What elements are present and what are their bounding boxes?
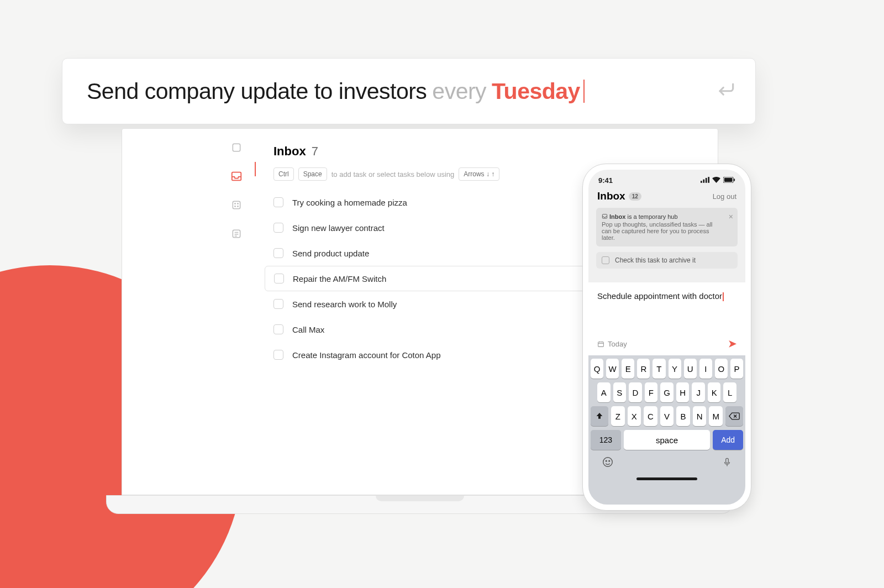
phone-frame: 9:41 Inbox 12 Log out	[582, 164, 751, 511]
key-l[interactable]: L	[723, 382, 736, 402]
svg-point-4	[238, 203, 238, 204]
page-title: Inbox 7	[260, 139, 707, 165]
key-i[interactable]: I	[699, 359, 712, 379]
svg-rect-13	[706, 178, 707, 183]
key-add[interactable]: Add	[713, 430, 743, 450]
quick-add-suffix-accent: Tuesday	[492, 78, 580, 104]
active-marker	[255, 162, 256, 176]
key-p[interactable]: P	[730, 359, 743, 379]
checkbox-icon[interactable]	[274, 274, 284, 284]
mic-icon[interactable]	[722, 456, 732, 470]
key-e[interactable]: E	[622, 359, 634, 379]
svg-rect-16	[724, 178, 733, 182]
compose-text: Schedule appointment with doctor	[597, 291, 722, 301]
dashboard-icon[interactable]	[229, 197, 244, 213]
key-123[interactable]: 123	[591, 430, 621, 450]
task-label: Try cooking a homemade pizza	[292, 198, 407, 207]
checkbox-icon[interactable]	[273, 248, 283, 258]
task-label: Call Max	[292, 325, 324, 334]
task-label: Sign new lawyer contract	[292, 223, 385, 233]
key-b[interactable]: B	[676, 406, 690, 426]
svg-point-5	[235, 206, 235, 207]
info-banner: × Inbox is a temporary hub Pop up though…	[596, 208, 738, 246]
send-icon[interactable]: ➤	[728, 338, 736, 350]
close-icon[interactable]: ×	[729, 212, 733, 221]
key-j[interactable]: J	[692, 382, 705, 402]
key-w[interactable]: W	[606, 359, 619, 379]
compose-input[interactable]: Schedule appointment with doctor	[588, 282, 745, 333]
key-backspace[interactable]	[725, 406, 743, 426]
caret-icon	[583, 80, 585, 103]
task-label: Create Instagram account for Coton App	[292, 350, 440, 360]
key-d[interactable]: D	[629, 382, 642, 402]
task-label: Send product update	[292, 249, 369, 258]
key-x[interactable]: X	[628, 406, 641, 426]
status-bar: 9:41	[588, 170, 745, 187]
wifi-icon	[712, 176, 720, 185]
kbd-space: Space	[298, 167, 327, 181]
svg-point-3	[235, 203, 235, 204]
checkbox-icon[interactable]	[273, 197, 283, 207]
inbox-count: 7	[312, 144, 318, 158]
svg-point-25	[603, 458, 613, 467]
svg-rect-11	[701, 181, 702, 183]
sidebar	[223, 140, 250, 242]
page-title-text: Inbox	[273, 144, 306, 158]
square-icon[interactable]	[229, 140, 244, 155]
checkbox-icon[interactable]	[273, 299, 283, 309]
task-label: Repair the AM/FM Switch	[293, 274, 386, 284]
key-y[interactable]: Y	[669, 359, 681, 379]
document-icon[interactable]	[229, 226, 244, 242]
key-q[interactable]: Q	[591, 359, 603, 379]
svg-rect-17	[734, 179, 735, 181]
quick-add-input[interactable]: Send company update to investors every T…	[62, 58, 756, 124]
sample-task[interactable]: Check this task to archive it	[596, 252, 738, 269]
inbox-icon[interactable]	[229, 169, 244, 184]
checkbox-icon[interactable]	[273, 324, 283, 334]
key-t[interactable]: T	[653, 359, 665, 379]
keyboard: QWERTYUIOP ASDFGHJKL ZXCVBNM 123 space A…	[588, 355, 745, 505]
emoji-icon[interactable]	[602, 456, 614, 470]
svg-rect-2	[233, 201, 240, 208]
caret-icon	[723, 292, 724, 301]
key-shift[interactable]	[591, 406, 608, 426]
key-h[interactable]: H	[676, 382, 690, 402]
date-chip[interactable]: Today	[597, 340, 627, 348]
status-time: 9:41	[598, 176, 613, 185]
key-o[interactable]: O	[715, 359, 728, 379]
svg-rect-14	[708, 177, 709, 183]
key-a[interactable]: A	[597, 382, 611, 402]
key-s[interactable]: S	[613, 382, 627, 402]
svg-point-27	[609, 460, 610, 461]
svg-rect-0	[233, 144, 240, 151]
key-v[interactable]: V	[660, 406, 674, 426]
svg-rect-28	[726, 458, 729, 463]
key-z[interactable]: Z	[611, 406, 625, 426]
svg-rect-19	[598, 342, 604, 347]
key-n[interactable]: N	[693, 406, 707, 426]
home-indicator	[636, 477, 697, 480]
quick-add-text: Send company update to investors	[87, 78, 427, 104]
key-u[interactable]: U	[684, 359, 697, 379]
checkbox-icon[interactable]	[273, 350, 283, 360]
battery-icon	[723, 176, 735, 185]
key-k[interactable]: K	[708, 382, 721, 402]
svg-rect-12	[703, 180, 704, 183]
kbd-arrows: Arrows ↓ ↑	[459, 167, 499, 181]
hint-text: to add task or select tasks below using	[332, 170, 455, 179]
key-c[interactable]: C	[644, 406, 657, 426]
enter-icon	[715, 78, 736, 104]
key-g[interactable]: G	[660, 382, 673, 402]
kbd-ctrl: Ctrl	[273, 167, 294, 181]
key-f[interactable]: F	[645, 382, 658, 402]
checkbox-icon[interactable]	[273, 223, 283, 233]
svg-point-26	[606, 460, 607, 461]
key-r[interactable]: R	[637, 359, 650, 379]
sample-task-label: Check this task to archive it	[615, 256, 696, 264]
key-m[interactable]: M	[709, 406, 723, 426]
banner-title-rest: is a temporary hub	[627, 213, 677, 220]
task-label: Send research work to Molly	[292, 300, 397, 309]
logout-button[interactable]: Log out	[713, 192, 736, 201]
checkbox-icon[interactable]	[602, 256, 609, 264]
key-space[interactable]: space	[624, 430, 710, 450]
